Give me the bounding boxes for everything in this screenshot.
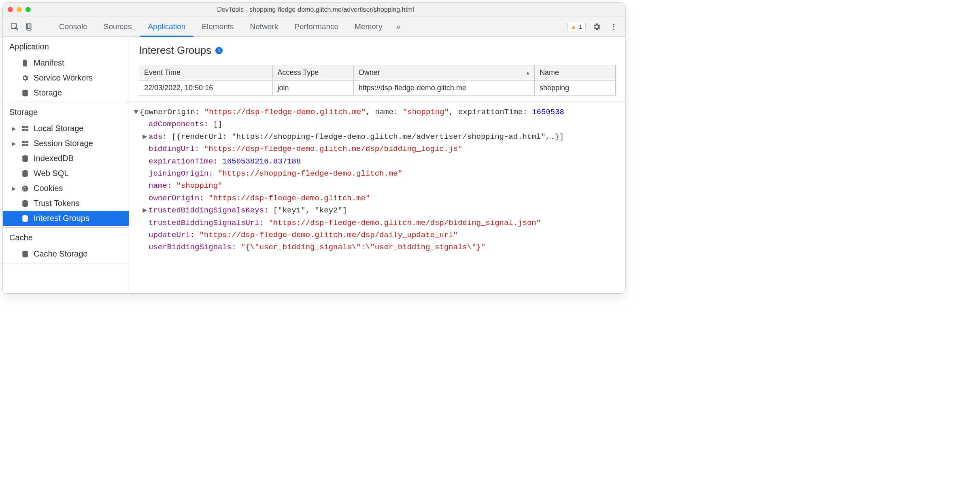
sidebar-item-label: Local Storage bbox=[34, 124, 83, 133]
sidebar-item-label: Manifest bbox=[34, 58, 64, 68]
toggle-collapsed-icon[interactable]: ▶ bbox=[141, 204, 149, 216]
col-owner[interactable]: Owner▲ bbox=[353, 65, 534, 81]
chevron-right-icon: ▶ bbox=[11, 126, 17, 131]
col-access-type[interactable]: Access Type bbox=[272, 65, 353, 81]
panel-header: Interest Groups i bbox=[129, 37, 625, 62]
svg-rect-10 bbox=[26, 129, 28, 131]
sidebar-item-indexeddb[interactable]: IndexedDB bbox=[3, 151, 129, 166]
tab-memory[interactable]: Memory bbox=[347, 17, 391, 36]
cell-access-type: join bbox=[272, 81, 353, 96]
toolbar-right: ▲ 1 bbox=[567, 17, 625, 36]
svg-point-5 bbox=[613, 28, 614, 30]
db-icon bbox=[21, 214, 30, 223]
minimize-dot[interactable] bbox=[17, 7, 22, 12]
object-inspector[interactable]: ▼{ownerOrigin: "https://dsp-fledge-demo.… bbox=[129, 102, 625, 293]
warning-icon: ▲ bbox=[571, 23, 576, 30]
gear-icon bbox=[21, 74, 30, 83]
settings-icon[interactable] bbox=[591, 21, 603, 33]
svg-rect-8 bbox=[26, 126, 28, 128]
events-table: Event Time Access Type Owner▲ Name 22/03… bbox=[139, 65, 616, 96]
chevron-right-icon: ▶ bbox=[11, 141, 17, 146]
sidebar-divider bbox=[3, 263, 129, 263]
window-controls bbox=[8, 7, 31, 12]
tab-sources[interactable]: Sources bbox=[96, 17, 140, 36]
cell-name: shopping bbox=[534, 81, 615, 96]
cell-owner: https://dsp-fledge-demo.glitch.me bbox=[353, 81, 534, 96]
kebab-icon[interactable] bbox=[608, 21, 620, 33]
svg-point-4 bbox=[613, 26, 614, 27]
zoom-dot[interactable] bbox=[26, 7, 31, 12]
panel-title: Interest Groups bbox=[139, 44, 211, 57]
db-icon bbox=[21, 89, 30, 98]
toggle-collapsed-icon[interactable]: ▶ bbox=[141, 131, 149, 143]
sidebar-item-local-storage[interactable]: ▶Local Storage bbox=[3, 121, 129, 136]
svg-rect-9 bbox=[22, 129, 25, 131]
cookie-icon bbox=[21, 184, 30, 193]
tab-network[interactable]: Network bbox=[242, 17, 287, 36]
sort-asc-icon: ▲ bbox=[525, 70, 530, 76]
titlebar: DevTools - shopping-fledge-demo.glitch.m… bbox=[3, 3, 625, 17]
table-row[interactable]: 22/03/2022, 10:50:16 join https://dsp-fl… bbox=[139, 81, 616, 96]
events-table-wrap: Event Time Access Type Owner▲ Name 22/03… bbox=[129, 62, 625, 96]
svg-rect-13 bbox=[22, 144, 25, 146]
main: ApplicationManifestService WorkersStorag… bbox=[3, 37, 625, 293]
svg-rect-7 bbox=[22, 126, 25, 128]
info-icon[interactable]: i bbox=[215, 47, 223, 54]
sidebar-item-label: Interest Groups bbox=[34, 214, 89, 223]
sidebar-item-session-storage[interactable]: ▶Session Storage bbox=[3, 136, 129, 151]
tab-elements[interactable]: Elements bbox=[193, 17, 242, 36]
sidebar-item-manifest[interactable]: Manifest bbox=[3, 55, 129, 70]
tabs-overflow-icon[interactable]: » bbox=[391, 17, 406, 36]
db-icon bbox=[21, 199, 30, 208]
svg-point-20 bbox=[23, 189, 24, 189]
close-dot[interactable] bbox=[8, 7, 13, 12]
sidebar-item-label: Cookies bbox=[34, 184, 63, 193]
sidebar-item-storage[interactable]: Storage bbox=[3, 85, 129, 100]
svg-point-18 bbox=[23, 187, 24, 188]
svg-point-19 bbox=[26, 187, 26, 187]
svg-rect-11 bbox=[22, 141, 25, 143]
chevron-right-icon: ▶ bbox=[11, 186, 17, 191]
file-icon bbox=[21, 59, 30, 68]
toggle-expanded-icon[interactable]: ▼ bbox=[132, 106, 140, 118]
sidebar-item-interest-groups[interactable]: Interest Groups bbox=[3, 211, 129, 226]
devtools-window: DevTools - shopping-fledge-demo.glitch.m… bbox=[2, 2, 626, 294]
sidebar-item-label: Service Workers bbox=[34, 73, 93, 83]
window-title: DevTools - shopping-fledge-demo.glitch.m… bbox=[31, 6, 621, 13]
tab-console[interactable]: Console bbox=[51, 17, 96, 36]
sidebar-item-trust-tokens[interactable]: Trust Tokens bbox=[3, 196, 129, 211]
sidebar-item-label: Storage bbox=[34, 88, 62, 98]
svg-rect-14 bbox=[26, 144, 28, 146]
sidebar-item-cache-storage[interactable]: Cache Storage bbox=[3, 246, 129, 261]
db-icon bbox=[21, 169, 30, 178]
toolbar-divider bbox=[41, 21, 41, 32]
sidebar: ApplicationManifestService WorkersStorag… bbox=[3, 37, 129, 293]
col-event-time[interactable]: Event Time bbox=[139, 65, 273, 81]
sidebar-item-service-workers[interactable]: Service Workers bbox=[3, 70, 129, 85]
sidebar-item-label: Cache Storage bbox=[34, 249, 87, 259]
table-header-row: Event Time Access Type Owner▲ Name bbox=[139, 65, 616, 81]
sidebar-section-title: Application bbox=[3, 37, 129, 55]
device-icon[interactable] bbox=[23, 21, 35, 33]
db-icon bbox=[21, 250, 30, 259]
sidebar-item-cookies[interactable]: ▶Cookies bbox=[3, 181, 129, 196]
col-name[interactable]: Name bbox=[534, 65, 615, 81]
sidebar-section-title: Cache bbox=[3, 228, 129, 246]
svg-point-17 bbox=[22, 185, 28, 191]
content: Interest Groups i Event Time Access Type… bbox=[129, 37, 625, 293]
sidebar-item-label: Web SQL bbox=[34, 169, 68, 178]
inspect-icon[interactable] bbox=[9, 21, 21, 33]
toolbar-left bbox=[9, 17, 49, 36]
svg-rect-12 bbox=[26, 141, 28, 143]
sidebar-section-title: Storage bbox=[3, 102, 129, 121]
sidebar-item-web-sql[interactable]: Web SQL bbox=[3, 166, 129, 181]
sidebar-item-label: Session Storage bbox=[34, 139, 93, 148]
issues-count: 1 bbox=[579, 23, 582, 30]
toolbar: ConsoleSourcesApplicationElementsNetwork… bbox=[3, 17, 625, 37]
panel-tabs: ConsoleSourcesApplicationElementsNetwork… bbox=[51, 17, 391, 36]
tab-application[interactable]: Application bbox=[140, 17, 193, 36]
cell-event-time: 22/03/2022, 10:50:16 bbox=[139, 81, 273, 96]
issues-badge[interactable]: ▲ 1 bbox=[567, 22, 586, 31]
tab-performance[interactable]: Performance bbox=[286, 17, 347, 36]
svg-rect-2 bbox=[28, 24, 30, 28]
